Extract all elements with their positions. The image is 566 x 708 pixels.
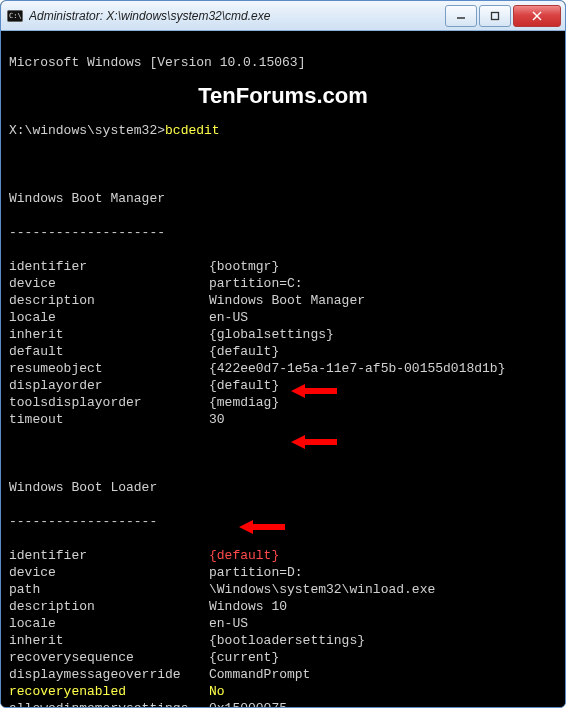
kv-key: default — [9, 343, 209, 360]
kv-value: en-US — [209, 309, 557, 326]
titlebar[interactable]: C:\ Administrator: X:\windows\system32\c… — [1, 1, 565, 31]
kv-value: en-US — [209, 615, 557, 632]
kv-key: locale — [9, 615, 209, 632]
kv-row: identifier{default} — [9, 547, 557, 564]
kv-value: {memdiag} — [209, 394, 557, 411]
kv-key: resumeobject — [9, 360, 209, 377]
boot-manager-header: Windows Boot Manager — [9, 190, 557, 207]
kv-row: localeen-US — [9, 615, 557, 632]
kv-value: {globalsettings} — [209, 326, 557, 343]
version-line: Microsoft Windows [Version 10.0.15063] — [9, 54, 557, 71]
window-controls — [443, 5, 561, 27]
kv-key: identifier — [9, 547, 209, 564]
kv-key: recoverysequence — [9, 649, 209, 666]
divider: -------------------- — [9, 224, 557, 241]
kv-value: Windows 10 — [209, 598, 557, 615]
kv-row: displaymessageoverrideCommandPrompt — [9, 666, 557, 683]
kv-row: inherit{globalsettings} — [9, 326, 557, 343]
kv-key: locale — [9, 309, 209, 326]
kv-value: 0x15000075 — [209, 700, 557, 707]
svg-text:C:\: C:\ — [9, 12, 22, 20]
kv-key: identifier — [9, 258, 209, 275]
cmd-window: C:\ Administrator: X:\windows\system32\c… — [0, 0, 566, 708]
kv-value: {bootmgr} — [209, 258, 557, 275]
kv-value: Windows Boot Manager — [209, 292, 557, 309]
kv-row: inherit{bootloadersettings} — [9, 632, 557, 649]
kv-row: recoverysequence{current} — [9, 649, 557, 666]
divider: ------------------- — [9, 513, 557, 530]
window-title: Administrator: X:\windows\system32\cmd.e… — [29, 9, 443, 23]
maximize-button[interactable] — [479, 5, 511, 27]
kv-value: {bootloadersettings} — [209, 632, 557, 649]
kv-row: toolsdisplayorder{memdiag} — [9, 394, 557, 411]
kv-key: inherit — [9, 632, 209, 649]
kv-row: default{default} — [9, 343, 557, 360]
kv-key: timeout — [9, 411, 209, 428]
kv-key: path — [9, 581, 209, 598]
cmd-bcdedit: bcdedit — [165, 123, 220, 138]
kv-value: partition=C: — [209, 275, 557, 292]
kv-row: displayorder{default} — [9, 377, 557, 394]
boot-loader-header: Windows Boot Loader — [9, 479, 557, 496]
svg-rect-3 — [492, 12, 499, 19]
blank — [9, 156, 557, 173]
kv-key: description — [9, 598, 209, 615]
kv-value: {default} — [209, 547, 557, 564]
cmd-icon: C:\ — [7, 8, 23, 24]
kv-row: devicepartition=D: — [9, 564, 557, 581]
kv-value: No — [209, 683, 557, 700]
kv-row: identifier{bootmgr} — [9, 258, 557, 275]
kv-row: descriptionWindows Boot Manager — [9, 292, 557, 309]
kv-row: path\Windows\system32\winload.exe — [9, 581, 557, 598]
kv-row: devicepartition=C: — [9, 275, 557, 292]
kv-value: {422ee0d7-1e5a-11e7-af5b-00155d018d1b} — [209, 360, 557, 377]
kv-key: recoveryenabled — [9, 683, 209, 700]
kv-key: toolsdisplayorder — [9, 394, 209, 411]
kv-row: recoveryenabledNo — [9, 683, 557, 700]
kv-value: CommandPrompt — [209, 666, 557, 683]
kv-key: allowedinmemorysettings — [9, 700, 209, 707]
kv-value: {current} — [209, 649, 557, 666]
kv-row: resumeobject{422ee0d7-1e5a-11e7-af5b-001… — [9, 360, 557, 377]
boot-manager-block: identifier{bootmgr}devicepartition=C:des… — [9, 258, 557, 428]
kv-row: timeout30 — [9, 411, 557, 428]
kv-key: displaymessageoverride — [9, 666, 209, 683]
blank — [9, 445, 557, 462]
kv-value: 30 — [209, 411, 557, 428]
kv-value: {default} — [209, 377, 557, 394]
terminal-output[interactable]: Microsoft Windows [Version 10.0.15063] X… — [1, 31, 565, 707]
kv-value: partition=D: — [209, 564, 557, 581]
svg-line-5 — [533, 12, 541, 20]
blank — [9, 88, 557, 105]
svg-line-4 — [533, 12, 541, 20]
close-button[interactable] — [513, 5, 561, 27]
kv-value: \Windows\system32\winload.exe — [209, 581, 557, 598]
kv-row: allowedinmemorysettings0x15000075 — [9, 700, 557, 707]
kv-key: description — [9, 292, 209, 309]
kv-key: inherit — [9, 326, 209, 343]
kv-key: device — [9, 275, 209, 292]
kv-row: descriptionWindows 10 — [9, 598, 557, 615]
kv-key: displayorder — [9, 377, 209, 394]
boot-loader-block: identifier{default}devicepartition=D:pat… — [9, 547, 557, 707]
minimize-button[interactable] — [445, 5, 477, 27]
kv-value: {default} — [209, 343, 557, 360]
kv-key: device — [9, 564, 209, 581]
kv-row: localeen-US — [9, 309, 557, 326]
prompt-line-1: X:\windows\system32>bcdedit — [9, 122, 557, 139]
